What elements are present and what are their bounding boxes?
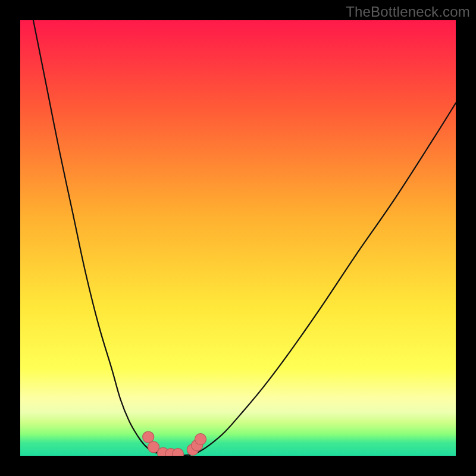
- watermark-text: TheBottleneck.com: [346, 4, 470, 20]
- curve-markers: [143, 431, 206, 456]
- plot-area: [20, 20, 456, 456]
- bottleneck-curve: [33, 20, 456, 455]
- chart-frame: TheBottleneck.com: [0, 0, 476, 476]
- curve-marker: [195, 434, 206, 445]
- curve-marker: [143, 431, 154, 443]
- curve-layer: [20, 20, 456, 456]
